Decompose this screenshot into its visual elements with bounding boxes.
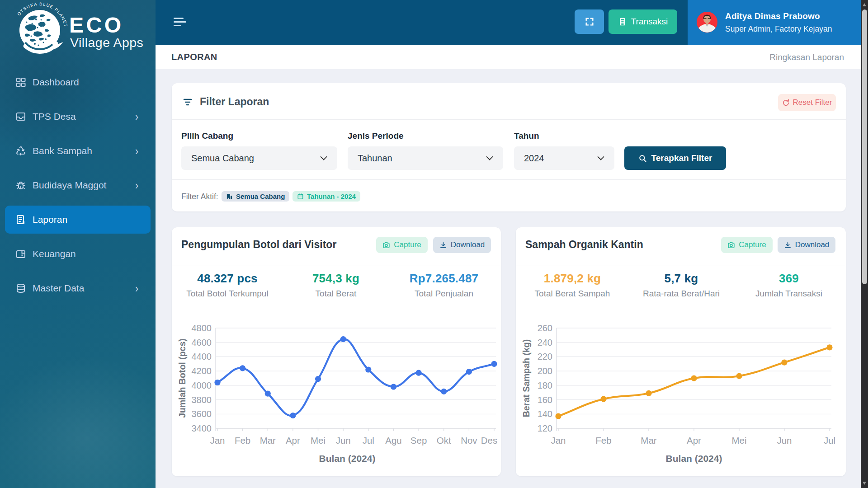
svg-text:Jan: Jan — [551, 435, 566, 446]
svg-text:140: 140 — [538, 409, 552, 419]
svg-text:160: 160 — [538, 395, 552, 405]
svg-text:Sep: Sep — [410, 435, 427, 446]
svg-text:4600: 4600 — [192, 338, 212, 347]
svg-text:Jun: Jun — [336, 435, 351, 446]
svg-text:Okt: Okt — [437, 435, 451, 446]
svg-text:ECO: ECO — [69, 13, 124, 37]
svg-text:Apr: Apr — [687, 435, 701, 446]
svg-text:220: 220 — [538, 352, 552, 361]
svg-text:Mar: Mar — [641, 435, 656, 446]
svg-text:Berat Sampah (kg): Berat Sampah (kg) — [521, 339, 531, 417]
svg-text:3400: 3400 — [192, 423, 212, 433]
svg-text:4000: 4000 — [192, 380, 212, 390]
svg-text:180: 180 — [538, 380, 552, 390]
svg-text:Mar: Mar — [260, 435, 276, 446]
svg-text:Bulan (2024): Bulan (2024) — [319, 453, 376, 464]
svg-text:4400: 4400 — [192, 352, 212, 361]
svg-text:Des: Des — [481, 435, 497, 446]
svg-text:Mei: Mei — [311, 435, 326, 446]
svg-text:Jan: Jan — [210, 435, 225, 446]
svg-text:240: 240 — [538, 338, 552, 347]
svg-text:Jul: Jul — [363, 435, 374, 446]
svg-text:Bulan (2024): Bulan (2024) — [666, 453, 722, 464]
svg-text:4800: 4800 — [192, 323, 212, 333]
svg-text:120: 120 — [538, 423, 552, 433]
svg-text:Mei: Mei — [731, 435, 746, 446]
svg-text:4200: 4200 — [192, 366, 212, 376]
svg-text:Jun: Jun — [777, 435, 792, 446]
svg-text:Apr: Apr — [286, 435, 300, 446]
svg-text:3800: 3800 — [192, 395, 212, 405]
svg-text:3600: 3600 — [192, 409, 212, 419]
svg-text:260: 260 — [538, 323, 552, 333]
svg-text:Jumlah Botol (pcs): Jumlah Botol (pcs) — [177, 338, 187, 418]
svg-text:Nov: Nov — [461, 435, 477, 446]
svg-text:Village Apps: Village Apps — [70, 35, 143, 50]
svg-text:Feb: Feb — [235, 435, 250, 446]
svg-text:Agu: Agu — [385, 435, 401, 446]
svg-text:Feb: Feb — [595, 435, 611, 446]
svg-text:Jul: Jul — [824, 435, 835, 446]
svg-text:200: 200 — [538, 366, 552, 376]
